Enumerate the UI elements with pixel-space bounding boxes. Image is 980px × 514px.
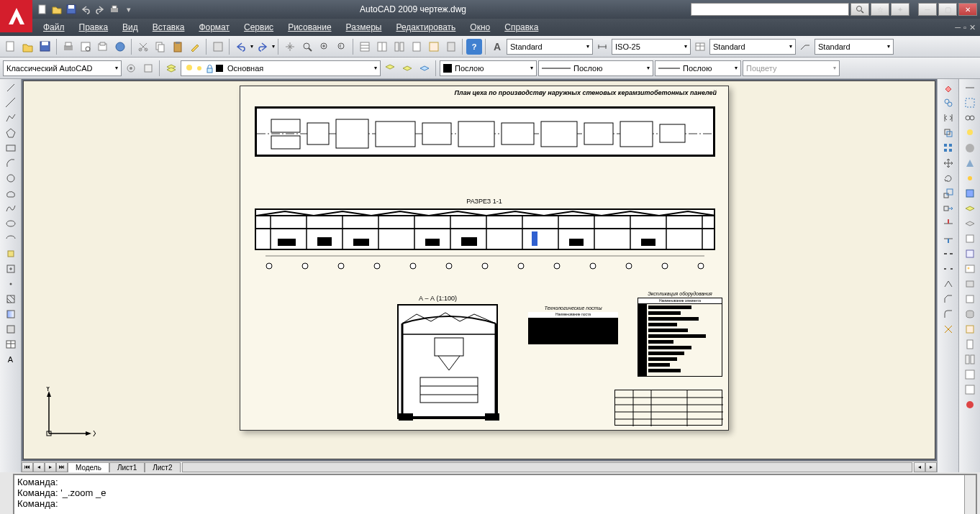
qat-dropdown-icon[interactable]: ▾ <box>122 3 135 16</box>
plot-preview-icon[interactable] <box>78 39 94 55</box>
menu-draw[interactable]: Рисование <box>281 20 338 35</box>
fillet-icon[interactable] <box>940 307 956 321</box>
ellipse-icon[interactable] <box>3 216 19 231</box>
action-rec-icon[interactable] <box>962 398 978 412</box>
extend-icon[interactable] <box>940 231 956 246</box>
doc-close-icon[interactable]: ✕ <box>969 23 976 32</box>
dashboard-icon[interactable] <box>962 367 978 382</box>
dgn-icon[interactable] <box>962 247 978 261</box>
tab-layout1[interactable]: Лист1 <box>109 462 145 472</box>
field-icon[interactable] <box>962 277 978 291</box>
comm-btn[interactable]: ✦ <box>891 3 909 16</box>
workspace-settings-icon[interactable] <box>123 60 139 76</box>
polygon-icon[interactable] <box>3 126 19 140</box>
table-style-icon[interactable] <box>692 39 708 55</box>
stretch-icon[interactable] <box>940 201 956 216</box>
help-icon[interactable]: ? <box>466 39 482 55</box>
quick-select-icon[interactable] <box>962 96 978 110</box>
scroll-right-icon[interactable]: ▸ <box>925 462 937 472</box>
scroll-left-icon[interactable]: ◂ <box>914 462 925 472</box>
tab-model[interactable]: Модель <box>68 462 109 472</box>
dim-style-dropdown[interactable]: ISO-25▾ <box>612 39 691 55</box>
3ddwf-icon[interactable] <box>112 39 128 55</box>
linetype-dropdown[interactable]: Послою▾ <box>538 60 653 76</box>
explode-icon[interactable] <box>940 322 956 336</box>
publish-icon[interactable] <box>95 39 111 55</box>
search-button[interactable] <box>850 3 869 16</box>
dbconnect-icon[interactable] <box>962 307 978 321</box>
hatch-icon[interactable] <box>3 292 19 306</box>
layer-iso-icon[interactable] <box>417 60 432 76</box>
xline-icon[interactable] <box>3 96 19 110</box>
light-icon[interactable] <box>962 126 978 140</box>
sheet-set-icon[interactable] <box>409 39 425 55</box>
infocenter-btn[interactable]: ☆ <box>871 3 889 16</box>
sheet-sets-icon[interactable] <box>962 337 978 352</box>
undo-icon[interactable] <box>233 39 249 55</box>
color-dropdown[interactable]: Послою▾ <box>440 60 537 76</box>
menu-view[interactable]: Вид <box>115 20 145 35</box>
redo-icon[interactable] <box>255 39 271 55</box>
menu-modify[interactable]: Редактировать <box>389 20 463 35</box>
menu-help[interactable]: Справка <box>497 20 545 35</box>
doc-restore-icon[interactable]: ▫ <box>963 23 966 32</box>
break-point-icon[interactable] <box>940 247 956 261</box>
point-icon[interactable] <box>3 277 19 291</box>
region-icon[interactable] <box>3 322 19 336</box>
menu-format[interactable]: Формат <box>191 20 237 35</box>
open-icon[interactable] <box>20 39 36 55</box>
menu-dimension[interactable]: Размеры <box>339 20 389 35</box>
command-window[interactable]: Команда: Команда: '_.zoom _e Команда: <box>13 474 977 514</box>
doc-minimize-icon[interactable]: ─ <box>955 23 961 32</box>
match-props-icon[interactable] <box>187 39 203 55</box>
properties-icon[interactable] <box>357 39 373 55</box>
dcenter-icon[interactable] <box>374 39 390 55</box>
new-icon[interactable] <box>36 3 49 16</box>
cut-icon[interactable] <box>135 39 151 55</box>
pan-icon[interactable] <box>282 39 298 55</box>
insert-block-icon[interactable] <box>3 247 19 261</box>
cmd-scrollbar[interactable] <box>964 475 976 514</box>
zoom-prev-icon[interactable] <box>334 39 350 55</box>
distance-icon[interactable] <box>962 81 978 95</box>
break-icon[interactable] <box>940 262 956 276</box>
zoom-rt-icon[interactable] <box>299 39 315 55</box>
erase-icon[interactable] <box>940 81 956 95</box>
block-editor-icon[interactable] <box>210 39 226 55</box>
app-logo[interactable] <box>0 0 32 32</box>
plotstyle-dropdown[interactable]: Поцвету▾ <box>743 60 840 76</box>
h-scrollbar[interactable] <box>182 462 913 472</box>
join-icon[interactable] <box>940 277 956 291</box>
xref-icon[interactable] <box>962 231 978 246</box>
array-icon[interactable] <box>940 141 956 155</box>
make-block-icon[interactable] <box>3 262 19 276</box>
tab-last-icon[interactable]: ⏭ <box>56 462 68 472</box>
quickcalc-icon[interactable] <box>443 39 459 55</box>
layer-props-icon[interactable] <box>163 60 179 76</box>
layer-state-icon[interactable] <box>399 60 415 76</box>
menu-file[interactable]: Файл <box>36 20 72 35</box>
undo-icon[interactable] <box>79 3 92 16</box>
open-icon[interactable] <box>50 3 63 16</box>
arc-icon[interactable] <box>3 156 19 170</box>
dim-style-icon[interactable] <box>594 39 610 55</box>
mleader-style-dropdown[interactable]: Standard▾ <box>815 39 894 55</box>
tool-palettes-icon[interactable] <box>391 39 407 55</box>
layer-walk-icon[interactable] <box>962 201 978 216</box>
layer-prev-icon[interactable] <box>382 60 398 76</box>
menu-window[interactable]: Окно <box>463 20 497 35</box>
eattext-icon[interactable] <box>962 292 978 306</box>
plot-icon[interactable] <box>60 39 76 55</box>
select-similar-icon[interactable] <box>962 111 978 125</box>
copy-obj-icon[interactable] <box>940 96 956 110</box>
zoom-window-icon[interactable] <box>317 39 332 55</box>
sun-props-icon[interactable] <box>962 171 978 185</box>
save-icon[interactable] <box>37 39 53 55</box>
undo-dropdown-icon[interactable]: ▾ <box>250 43 253 50</box>
drawing-canvas[interactable]: План цеха по производству наружных стено… <box>23 81 935 459</box>
visual-styles-icon[interactable] <box>962 186 978 201</box>
cui-icon[interactable] <box>962 382 978 397</box>
redo-dropdown-icon[interactable]: ▾ <box>272 43 275 50</box>
image-icon[interactable] <box>962 262 978 276</box>
ellipse-arc-icon[interactable] <box>3 231 19 246</box>
